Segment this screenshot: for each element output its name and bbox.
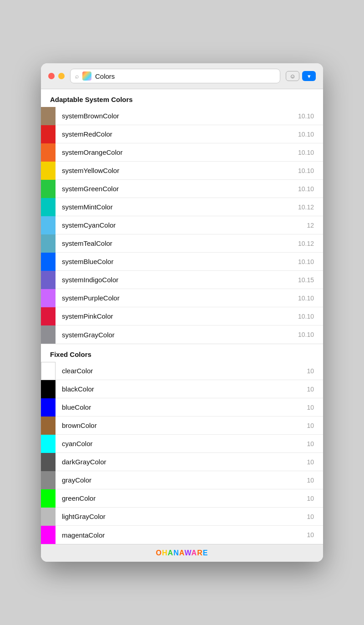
color-swatch — [41, 162, 56, 180]
color-name: brownColor — [62, 422, 307, 429]
color-name: darkGrayColor — [62, 458, 307, 466]
color-item[interactable]: magentaColor 10 — [41, 526, 323, 544]
color-item[interactable]: systemYellowColor 10.10 — [41, 162, 323, 180]
color-version: 10.10 — [298, 331, 323, 338]
color-name: cyanColor — [62, 440, 307, 447]
color-swatch — [41, 107, 56, 125]
color-swatch — [41, 453, 56, 471]
color-swatch — [41, 325, 56, 344]
color-swatch — [41, 417, 56, 435]
color-version: 10.10 — [298, 131, 323, 138]
color-swatch — [41, 380, 56, 398]
color-name: systemRedColor — [62, 130, 298, 138]
color-version: 10 — [307, 458, 323, 466]
color-item[interactable]: systemPurpleColor 10.10 — [41, 289, 323, 307]
color-name: systemGreenColor — [62, 185, 298, 193]
color-swatch — [41, 216, 56, 234]
search-icon: ⌕ — [75, 72, 79, 80]
color-version: 10.12 — [298, 203, 323, 211]
color-version: 10 — [307, 386, 323, 393]
main-content: Adaptable System Colors systemBrownColor… — [41, 89, 323, 544]
color-item[interactable]: systemGreenColor 10.10 — [41, 180, 323, 198]
color-swatch — [41, 143, 56, 162]
color-item[interactable]: systemIndigoColor 10.15 — [41, 271, 323, 289]
color-name: systemPurpleColor — [62, 294, 298, 302]
color-name: systemBlueColor — [62, 258, 298, 265]
color-name: systemGrayColor — [62, 331, 298, 339]
color-version: 10 — [307, 531, 323, 539]
app-window: ⌕ Colors ☺ ▾ Adaptable System Colors sys… — [41, 63, 323, 562]
color-version: 10 — [307, 477, 323, 484]
color-name: systemCyanColor — [62, 221, 307, 229]
color-item[interactable]: brownColor 10 — [41, 417, 323, 435]
color-name: magentaColor — [62, 531, 307, 539]
color-version: 10 — [307, 495, 323, 502]
color-swatch — [41, 508, 56, 526]
color-item[interactable]: systemPinkColor 10.10 — [41, 307, 323, 325]
color-item[interactable]: systemBrownColor 10.10 — [41, 107, 323, 125]
color-swatch — [41, 253, 56, 271]
more-options-button[interactable]: ☺ — [286, 71, 299, 81]
color-swatch — [41, 362, 56, 380]
color-version: 10.15 — [298, 276, 323, 284]
color-version: 10 — [307, 367, 323, 375]
color-version: 10.12 — [298, 240, 323, 247]
color-version: 10.10 — [298, 185, 323, 193]
color-version: 10.10 — [298, 313, 323, 320]
color-name: blackColor — [62, 385, 307, 393]
titlebar: ⌕ Colors ☺ ▾ — [41, 63, 323, 89]
color-swatch — [41, 289, 56, 307]
color-name: blueColor — [62, 403, 307, 411]
color-swatch — [41, 471, 56, 489]
color-swatch — [41, 526, 56, 544]
color-swatch — [41, 307, 56, 325]
footer: OHANAWARE — [41, 544, 323, 562]
adaptable-section-header: Adaptable System Colors — [41, 89, 323, 107]
color-item[interactable]: systemOrangeColor 10.10 — [41, 143, 323, 162]
adaptable-color-list: systemBrownColor 10.10 systemRedColor 10… — [41, 107, 323, 344]
color-item[interactable]: blueColor 10 — [41, 398, 323, 417]
color-item[interactable]: lightGrayColor 10 — [41, 508, 323, 526]
color-item[interactable]: systemTealColor 10.12 — [41, 234, 323, 253]
color-swatch — [41, 398, 56, 417]
color-version: 10 — [307, 422, 323, 429]
color-swatch — [41, 180, 56, 198]
color-name: systemIndigoColor — [62, 276, 298, 284]
color-item[interactable]: grayColor 10 — [41, 471, 323, 489]
color-item[interactable]: systemBlueColor 10.10 — [41, 253, 323, 271]
minimize-button[interactable] — [58, 73, 65, 79]
color-version: 10.10 — [298, 295, 323, 302]
color-version: 10 — [307, 440, 323, 447]
traffic-lights — [48, 73, 65, 79]
color-item[interactable]: systemRedColor 10.10 — [41, 125, 323, 143]
color-swatch — [41, 198, 56, 216]
color-version: 10.10 — [298, 167, 323, 174]
color-item[interactable]: systemCyanColor 12 — [41, 216, 323, 234]
search-title: Colors — [95, 72, 115, 80]
color-item[interactable]: systemMintColor 10.12 — [41, 198, 323, 216]
color-item[interactable]: systemGrayColor 10.10 — [41, 325, 323, 344]
color-item[interactable]: clearColor 10 — [41, 362, 323, 380]
color-version: 10 — [307, 513, 323, 520]
color-swatch — [41, 271, 56, 289]
color-name: clearColor — [62, 367, 307, 375]
color-item[interactable]: greenColor 10 — [41, 489, 323, 508]
close-button[interactable] — [48, 73, 55, 79]
color-version: 12 — [307, 222, 323, 229]
dropdown-button[interactable]: ▾ — [302, 71, 316, 81]
color-item[interactable]: blackColor 10 — [41, 380, 323, 398]
app-icon — [82, 71, 91, 81]
color-name: systemOrangeColor — [62, 148, 298, 156]
color-name: lightGrayColor — [62, 513, 307, 520]
titlebar-controls: ☺ ▾ — [286, 71, 316, 81]
color-item[interactable]: cyanColor 10 — [41, 435, 323, 453]
color-item[interactable]: darkGrayColor 10 — [41, 453, 323, 471]
color-swatch — [41, 435, 56, 453]
color-swatch — [41, 489, 56, 508]
fixed-section-header: Fixed Colors — [41, 344, 323, 362]
fixed-color-list: clearColor 10 blackColor 10 blueColor 10… — [41, 362, 323, 544]
color-version: 10 — [307, 404, 323, 411]
search-bar[interactable]: ⌕ Colors — [70, 69, 280, 83]
color-name: greenColor — [62, 494, 307, 502]
brand-logo: OHANAWARE — [156, 549, 208, 557]
